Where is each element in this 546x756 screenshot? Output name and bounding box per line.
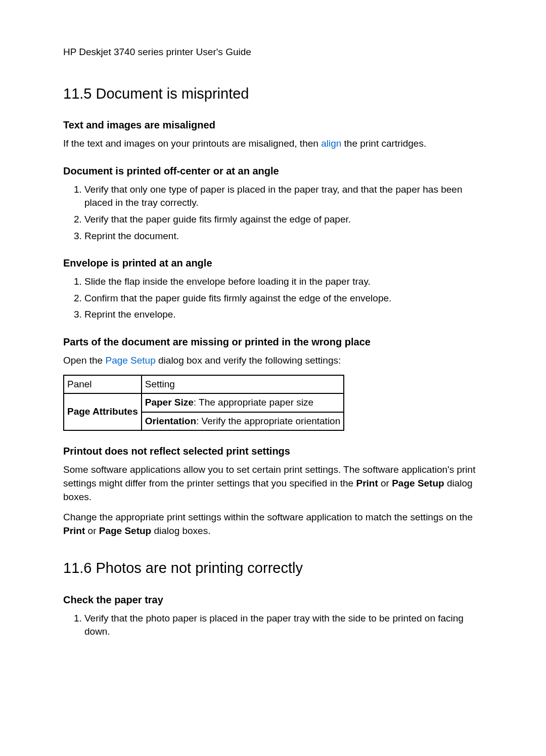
text-bold: Paper Size xyxy=(145,397,194,408)
list-item: Reprint the document. xyxy=(84,230,485,243)
list-item: Verify that the paper guide fits firmly … xyxy=(84,213,485,227)
table-header-setting: Setting xyxy=(142,375,344,394)
section-11-5-title: 11.5 Document is misprinted xyxy=(63,83,485,104)
list-item: Confirm that the paper guide fits firmly… xyxy=(84,292,485,305)
link-align[interactable]: align xyxy=(321,138,341,149)
table-cell-orientation: Orientation: Verify the appropriate orie… xyxy=(142,412,344,431)
text: Change the appropriate print settings wi… xyxy=(63,512,473,522)
link-page-setup[interactable]: Page Setup xyxy=(105,355,155,366)
table-row: Page Attributes Paper Size: The appropri… xyxy=(64,393,344,412)
text: Open the xyxy=(63,355,105,366)
text: : Verify the appropriate orientation xyxy=(196,416,340,426)
table-header-panel: Panel xyxy=(64,375,142,394)
text: dialog box and verify the following sett… xyxy=(156,355,341,366)
list-item: Verify that only one type of paper is pl… xyxy=(84,183,485,210)
text-bold: Print xyxy=(63,525,85,536)
subhead-envelope-angle: Envelope is printed at an angle xyxy=(63,256,485,270)
settings-table: Panel Setting Page Attributes Paper Size… xyxy=(63,375,344,431)
subhead-off-center: Document is printed off-center or at an … xyxy=(63,164,485,178)
text: or xyxy=(378,478,392,488)
table-cell-paper-size: Paper Size: The appropriate paper size xyxy=(142,393,344,412)
para-align: If the text and images on your printouts… xyxy=(63,137,485,151)
list-item: Verify that the photo paper is placed in… xyxy=(84,612,485,639)
text-bold: Page Setup xyxy=(392,478,444,488)
list-envelope: Slide the flap inside the envelope befor… xyxy=(63,275,485,322)
text-bold: Print xyxy=(356,478,378,488)
list-item: Reprint the envelope. xyxy=(84,308,485,322)
list-check-tray: Verify that the photo paper is placed in… xyxy=(63,612,485,639)
subhead-text-images-misaligned: Text and images are misaligned xyxy=(63,118,485,132)
para-printout-2: Change the appropriate print settings wi… xyxy=(63,511,485,538)
table-cell-page-attributes: Page Attributes xyxy=(64,393,142,430)
text: If the text and images on your printouts… xyxy=(63,138,321,149)
subhead-parts-missing: Parts of the document are missing or pri… xyxy=(63,335,485,349)
text: dialog boxes. xyxy=(151,525,210,536)
text: the print cartridges. xyxy=(341,138,426,149)
list-item: Slide the flap inside the envelope befor… xyxy=(84,275,485,289)
table-header-row: Panel Setting xyxy=(64,375,344,394)
subhead-printout-settings: Printout does not reflect selected print… xyxy=(63,444,485,458)
subhead-check-paper-tray: Check the paper tray xyxy=(63,593,485,607)
document-header: HP Deskjet 3740 series printer User's Gu… xyxy=(63,46,485,59)
section-11-6-title: 11.6 Photos are not printing correctly xyxy=(63,558,485,579)
text: or xyxy=(85,525,99,536)
list-off-center: Verify that only one type of paper is pl… xyxy=(63,183,485,243)
para-printout-1: Some software applications allow you to … xyxy=(63,463,485,504)
para-page-setup: Open the Page Setup dialog box and verif… xyxy=(63,354,485,368)
text-bold: Orientation xyxy=(145,416,196,426)
text-bold: Page Setup xyxy=(99,525,151,536)
text: : The appropriate paper size xyxy=(194,397,313,408)
